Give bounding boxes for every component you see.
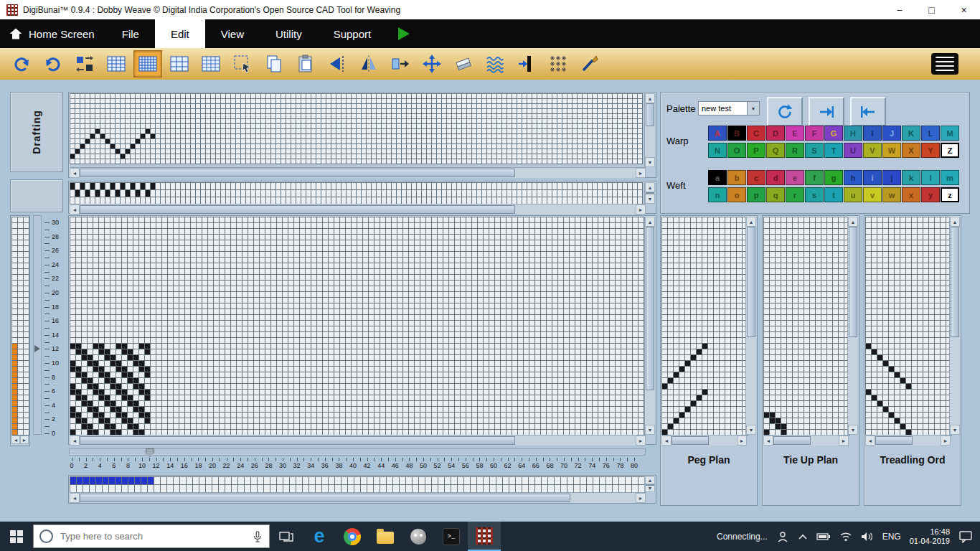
undo-button[interactable] <box>7 50 36 77</box>
digibunai-taskbar-icon[interactable] <box>468 522 501 551</box>
chevron-up-icon[interactable] <box>798 533 808 540</box>
flip-vertical-button[interactable] <box>354 50 383 77</box>
warp-swatch-Z[interactable]: Z <box>941 143 959 158</box>
scroll-left-button[interactable]: ◄ <box>70 168 80 178</box>
weft-swatch-r[interactable]: r <box>786 187 804 202</box>
scrollbar-track[interactable] <box>746 227 756 425</box>
colorbar-horizontal-scrollbar[interactable]: ◄► <box>70 492 646 503</box>
weft-swatch-o[interactable]: o <box>727 187 746 202</box>
scroll-down-button[interactable]: ▼ <box>950 425 960 435</box>
graph-view-2-button[interactable] <box>133 50 162 77</box>
tieup-vertical-scrollbar[interactable]: ▲▼ <box>847 217 858 435</box>
brush-button[interactable] <box>575 50 604 77</box>
warp-swatch-L[interactable]: L <box>921 126 940 141</box>
battery-icon[interactable] <box>816 532 831 542</box>
refresh-palette-button[interactable] <box>767 97 803 126</box>
weft-swatch-t[interactable]: t <box>824 187 843 202</box>
warp-swatch-W[interactable]: W <box>882 143 901 158</box>
graph-view-1-button[interactable] <box>102 50 131 77</box>
scrollbar-thumb[interactable] <box>646 227 654 390</box>
threading-horizontal-scrollbar[interactable]: ◄► <box>70 204 646 215</box>
weft-swatch-k[interactable]: k <box>902 170 920 185</box>
maximize-button[interactable]: □ <box>915 0 948 19</box>
design-horizontal-scrollbar[interactable]: ◄► <box>70 435 646 446</box>
eraser-button[interactable] <box>449 50 478 77</box>
palette-preset-select[interactable]: new test ▼ <box>698 101 760 116</box>
scroll-left-button[interactable]: ◄ <box>70 435 80 446</box>
colorbar-grid[interactable] <box>70 476 645 493</box>
warp-swatch-X[interactable]: X <box>902 143 920 158</box>
drafting-vertical-scrollbar[interactable]: ▲▼ <box>644 93 655 167</box>
scroll-right-button[interactable]: ► <box>636 435 646 446</box>
design-grid[interactable] <box>70 217 644 435</box>
warp-swatch-P[interactable]: P <box>747 143 765 158</box>
warp-swatch-G[interactable]: G <box>824 126 843 141</box>
volume-icon[interactable] <box>861 532 874 542</box>
horizontal-slider-handle[interactable] <box>146 448 154 457</box>
warp-swatch-K[interactable]: K <box>902 126 920 141</box>
scroll-up-button[interactable]: ▲ <box>645 182 655 192</box>
clock[interactable]: 16:48 01-04-2019 <box>910 527 950 546</box>
warp-swatch-D[interactable]: D <box>766 126 785 141</box>
chrome-taskbar-icon[interactable] <box>336 522 369 551</box>
microphone-icon[interactable] <box>252 530 263 543</box>
close-button[interactable]: × <box>948 0 980 19</box>
vertical-slider-channel[interactable] <box>33 215 42 435</box>
scroll-left-button[interactable]: ◄ <box>70 493 80 503</box>
menu-item-view[interactable]: View <box>205 19 260 48</box>
scroll-left-button[interactable]: ◄ <box>661 435 672 446</box>
scrollbar-track[interactable] <box>848 227 858 425</box>
scrollbar-thumb[interactable] <box>80 169 515 177</box>
warp-swatch-E[interactable]: E <box>786 126 804 141</box>
weft-swatch-x[interactable]: x <box>902 187 920 202</box>
weft-swatch-h[interactable]: h <box>844 170 862 185</box>
start-button[interactable] <box>0 522 33 551</box>
notification-icon[interactable] <box>958 530 973 543</box>
select-area-button[interactable] <box>228 50 257 77</box>
warp-swatch-T[interactable]: T <box>824 143 843 158</box>
task-view-button[interactable] <box>270 522 303 551</box>
warp-swatch-V[interactable]: V <box>863 143 882 158</box>
redo-button[interactable] <box>39 50 67 77</box>
treadling-vertical-scrollbar[interactable]: ▲▼ <box>949 217 960 435</box>
scrollbar-track[interactable] <box>80 435 636 446</box>
scrollbar-thumb[interactable] <box>646 192 654 194</box>
warp-swatch-F[interactable]: F <box>805 126 824 141</box>
scroll-up-button[interactable]: ▲ <box>848 217 858 227</box>
scrollbar-track[interactable] <box>80 493 636 503</box>
scrollbar-track[interactable] <box>645 103 655 157</box>
threading-vertical-scrollbar[interactable]: ▲▼ <box>644 182 655 204</box>
wifi-icon[interactable] <box>839 532 852 542</box>
horizontal-slider-channel[interactable] <box>69 448 646 456</box>
scrollbar-thumb[interactable] <box>773 436 811 445</box>
weft-swatch-j[interactable]: j <box>882 170 901 185</box>
scroll-up-button[interactable]: ▲ <box>950 217 960 227</box>
scrollbar-track[interactable] <box>773 435 839 446</box>
weft-swatch-u[interactable]: u <box>844 187 862 202</box>
scrollbar-track[interactable] <box>645 192 655 194</box>
warp-swatch-R[interactable]: R <box>786 143 804 158</box>
peg-plan-grid[interactable] <box>661 217 748 435</box>
scroll-up-button[interactable]: ▲ <box>645 93 655 103</box>
menu-item-utility[interactable]: Utility <box>260 19 318 48</box>
scroll-down-button[interactable]: ▼ <box>746 425 756 435</box>
scroll-right-button[interactable]: ► <box>636 493 646 503</box>
menu-item-home-screen[interactable]: Home Screen <box>0 19 106 48</box>
weft-selection-grid[interactable] <box>11 217 29 435</box>
paste-button[interactable] <box>291 50 320 77</box>
scrollbar-thumb[interactable] <box>672 436 709 445</box>
weft-swatch-c[interactable]: c <box>747 170 765 185</box>
weft-swatch-g[interactable]: g <box>824 170 843 185</box>
scroll-right-button[interactable]: ► <box>636 204 646 215</box>
warp-swatch-H[interactable]: H <box>844 126 862 141</box>
graph-view-3-button[interactable] <box>165 50 194 77</box>
scroll-up-button[interactable]: ▲ <box>645 217 655 227</box>
scroll-left-button[interactable]: ◄ <box>763 435 773 446</box>
warp-swatch-I[interactable]: I <box>863 126 882 141</box>
scrollbar-thumb[interactable] <box>951 227 959 337</box>
scrollbar-thumb[interactable] <box>80 494 570 502</box>
warp-swatch-U[interactable]: U <box>844 143 862 158</box>
scrollbar-track[interactable] <box>80 204 636 215</box>
scroll-down-button[interactable]: ▼ <box>645 194 655 204</box>
warp-swatch-Y[interactable]: Y <box>921 143 940 158</box>
